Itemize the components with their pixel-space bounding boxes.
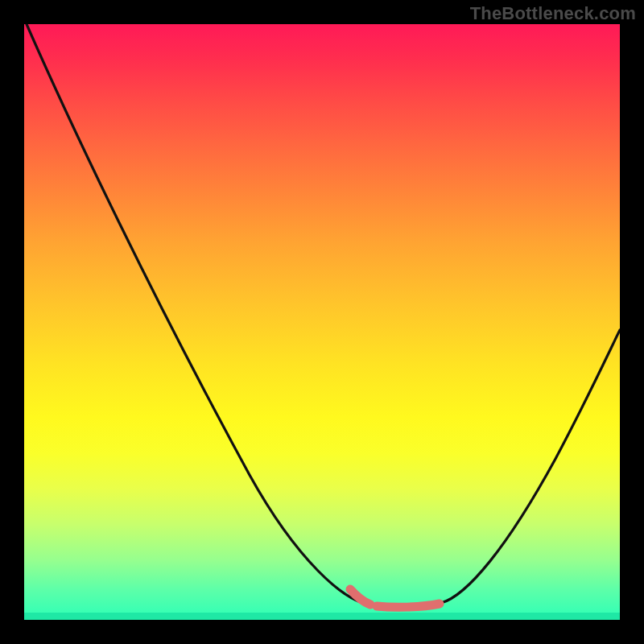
bottleneck-curve bbox=[24, 24, 620, 620]
plot-area bbox=[24, 24, 620, 620]
highlight-segment-bottom bbox=[377, 604, 440, 607]
chart-frame: TheBottleneck.com bbox=[0, 0, 644, 644]
curve-main-path bbox=[27, 24, 620, 605]
watermark-text: TheBottleneck.com bbox=[470, 3, 636, 24]
highlight-segment-left bbox=[350, 589, 370, 605]
